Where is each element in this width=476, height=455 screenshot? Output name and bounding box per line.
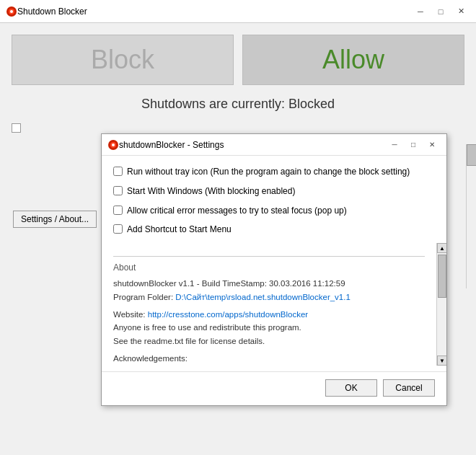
about-version: shutdownBlocker v1.1 - Build TimeStamp: … (113, 277, 425, 290)
settings-about-button[interactable]: Settings / About... (13, 211, 97, 228)
about-heading: About (113, 262, 425, 273)
checkbox-2[interactable] (113, 186, 123, 195)
about-readme-text: See the readme.txt file for license deta… (113, 335, 425, 348)
dialog-scroll-area: About shutdownBlocker v1.1 - Build TimeS… (102, 243, 446, 366)
scrollbar-up-button[interactable]: ▲ (437, 243, 446, 253)
main-scrollbar-thumb[interactable] (467, 144, 476, 166)
dialog-minimize-button[interactable]: ─ (386, 138, 403, 151)
title-bar: Shutdown Blocker ─ □ ✕ (0, 0, 476, 23)
checkbox-4[interactable] (113, 224, 123, 234)
checkbox-row-4: Add Shortcut to Start Menu (113, 224, 435, 236)
settings-dialog: shutdownBlocker - Settings ─ □ ✕ Run wit… (101, 133, 447, 406)
status-text: Shutdowns are currently: Blocked (12, 97, 464, 112)
dialog-title: shutdownBlocker - Settings (119, 140, 386, 150)
svg-point-5 (112, 143, 115, 146)
cancel-button[interactable]: Cancel (383, 379, 435, 397)
block-button[interactable]: Block (12, 35, 234, 85)
about-folder-line: Program Folder: D:\Сайт\temp\rsload.net.… (113, 291, 425, 304)
ack-icons: Icon: Icons8, ( http://icons8.com ) (113, 366, 425, 366)
checkbox-row-1: Run without tray icon (Run the program a… (113, 166, 435, 178)
checkbox-row-2: Start With Windows (With blocking enable… (113, 185, 435, 198)
folder-label: Program Folder: (113, 293, 175, 301)
checkbox-label-3: Allow critical error messages to try to … (127, 205, 347, 217)
dialog-controls: ─ □ ✕ (386, 138, 441, 151)
checkbox-1[interactable] (113, 167, 123, 176)
svg-point-2 (10, 10, 13, 13)
app-icon (6, 6, 17, 17)
maximize-button[interactable]: □ (431, 4, 450, 19)
about-website-line: Website: http://cresstone.com/apps/shutd… (113, 308, 425, 321)
dialog-scroll-content: About shutdownBlocker v1.1 - Build TimeS… (102, 243, 436, 366)
main-window-title: Shutdown Blocker (17, 6, 411, 17)
main-window: Shutdown Blocker ─ □ ✕ Block Allow Shutd… (0, 0, 476, 455)
checkbox-3[interactable] (113, 206, 123, 215)
dialog-title-bar: shutdownBlocker - Settings ─ □ ✕ (102, 134, 446, 156)
ok-button[interactable]: OK (325, 379, 377, 397)
dialog-footer: OK Cancel (102, 371, 446, 405)
partial-checkbox (12, 123, 21, 133)
dialog-body: Run without tray icon (Run the program a… (102, 156, 446, 236)
dialog-close-button[interactable]: ✕ (423, 138, 441, 151)
dialog-app-icon (107, 139, 119, 151)
scrollbar-thumb[interactable] (438, 255, 446, 298)
window-controls: ─ □ ✕ (411, 4, 470, 19)
minimize-button[interactable]: ─ (411, 4, 430, 19)
scrollbar-down-button[interactable]: ▼ (437, 355, 446, 366)
main-content: Block Allow Shutdowns are currently: Blo… (0, 23, 476, 150)
dialog-scrollbar[interactable]: ▲ ▼ (436, 243, 446, 366)
about-free-text: Anyone is free to use and redistribute t… (113, 321, 425, 334)
checkbox-label-4: Add Shortcut to Start Menu (127, 224, 232, 236)
partial-row (12, 123, 464, 133)
allow-button[interactable]: Allow (242, 35, 464, 85)
website-url-link[interactable]: http://cresstone.com/apps/shutdownBlocke… (148, 310, 308, 319)
action-buttons: Block Allow (12, 35, 464, 85)
ack-heading: Acknowledgements: (113, 352, 425, 365)
dialog-maximize-button[interactable]: □ (405, 138, 422, 151)
about-container: About shutdownBlocker v1.1 - Build TimeS… (102, 256, 436, 366)
about-section: About shutdownBlocker v1.1 - Build TimeS… (113, 256, 425, 366)
folder-path-link[interactable]: D:\Сайт\temp\rsload.net.shutdownBlocker_… (175, 293, 351, 301)
website-label: Website: (113, 310, 148, 319)
close-button[interactable]: ✕ (451, 4, 470, 19)
checkbox-label-1: Run without tray icon (Run the program a… (127, 166, 410, 178)
main-scrollbar[interactable] (466, 144, 476, 288)
checkbox-row-3: Allow critical error messages to try to … (113, 205, 435, 217)
checkbox-label-2: Start With Windows (With blocking enable… (127, 185, 295, 198)
